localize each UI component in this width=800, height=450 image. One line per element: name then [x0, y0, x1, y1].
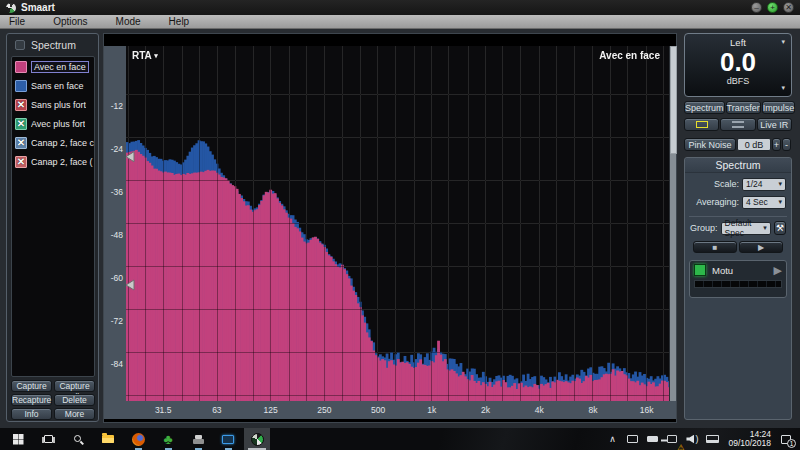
tab-impulse[interactable]: Impulse [762, 101, 796, 114]
hidden-x-icon: ✕ [17, 119, 25, 129]
clover-app-button[interactable]: ♣ [156, 428, 180, 450]
smaart-icon [251, 433, 264, 446]
trace-label[interactable]: Avec plus fort [31, 119, 85, 129]
search-button[interactable] [66, 428, 90, 450]
capture-button[interactable]: Capture [11, 380, 52, 392]
hidden-x-icon: ✕ [17, 157, 25, 167]
x-axis-tick: 4k [535, 405, 544, 415]
chevron-down-icon[interactable]: ▾ [781, 38, 785, 46]
spectrum-settings-section: Spectrum Scale: 1/24▾ Averaging: 4 Sec▾ … [684, 157, 792, 420]
trace-swatch[interactable] [15, 80, 27, 92]
x-axis-tick: 8k [588, 405, 597, 415]
trace-swatch[interactable]: ✕ [15, 99, 27, 111]
sidebar-collapse-checkbox[interactable] [15, 40, 25, 50]
network-icon [667, 435, 677, 443]
device-icon [193, 435, 204, 444]
notification-badge: 1 [787, 439, 796, 448]
taskbar-clock[interactable]: 14:24 09/10/2018 [728, 430, 771, 449]
input-device-box[interactable]: Motu ▶ [689, 260, 787, 298]
trace-label[interactable]: Sans plus fort [31, 100, 86, 110]
delete-button[interactable]: Delete [54, 394, 95, 406]
tab-spectrum[interactable]: Spectrum [684, 101, 725, 114]
split-pane-view-button[interactable] [720, 118, 755, 131]
audio-device-app-button[interactable] [186, 428, 210, 450]
single-pane-icon [696, 121, 708, 128]
maximize-button[interactable]: + [767, 2, 778, 13]
trace-list: Avec en face Sans en face ✕ Sans plus fo… [11, 56, 95, 377]
recapture-button[interactable]: Recapture [11, 394, 52, 406]
battery-tray-button[interactable] [642, 428, 662, 450]
chevron-down-icon: ▾ [778, 180, 782, 188]
single-pane-view-button[interactable] [684, 118, 719, 131]
trace-swatch[interactable]: ✕ [15, 156, 27, 168]
spectrum-plot-canvas[interactable] [126, 46, 669, 401]
trace-row[interactable]: ✕ Canap 2, face ( [12, 152, 94, 171]
capture-all-button[interactable]: Capture All [54, 380, 95, 392]
volume-tray-button[interactable]: ) [682, 428, 702, 450]
trace-swatch[interactable]: ✕ [15, 137, 27, 149]
file-explorer-button[interactable] [96, 428, 120, 450]
more-button[interactable]: More [54, 408, 95, 420]
trace-label[interactable]: Canap 2, face ( [31, 157, 93, 167]
device-play-icon[interactable]: ▶ [774, 265, 782, 276]
pink-noise-button[interactable]: Pink Noise [684, 138, 736, 151]
trace-row[interactable]: ✕ Canap 2, face c [12, 133, 94, 152]
x-axis-tick: 250 [317, 405, 331, 415]
task-view-icon [44, 435, 53, 443]
chevron-down-icon: ▾ [778, 198, 782, 206]
level-increase-button[interactable]: + [772, 138, 781, 151]
tray-expand-button[interactable]: ∧ [602, 428, 622, 450]
smaart-taskbar-button[interactable] [244, 428, 270, 450]
info-button[interactable]: Info [11, 408, 52, 420]
trace-row[interactable]: ✕ Sans plus fort [12, 95, 94, 114]
tab-transfer[interactable]: Transfer [726, 101, 761, 114]
plot-mode-dropdown[interactable]: RTA ▾ [132, 50, 158, 61]
group-settings-button[interactable]: ⚒ [774, 221, 786, 235]
close-button[interactable]: ✕ [783, 2, 794, 13]
level-meter[interactable]: Left ▾ 0.0 dBFS ▾ [684, 33, 792, 97]
trace-row[interactable]: Sans en face [12, 76, 94, 95]
signal-led-icon [694, 264, 706, 276]
hidden-x-icon: ✕ [17, 100, 25, 110]
level-decrease-button[interactable]: - [782, 138, 791, 151]
trace-row[interactable]: ✕ Avec plus fort [12, 114, 94, 133]
menu-mode[interactable]: Mode [102, 15, 155, 29]
averaging-select[interactable]: 4 Sec▾ [742, 196, 786, 209]
start-button[interactable] [6, 428, 30, 450]
live-ir-button[interactable]: Live IR [757, 118, 792, 131]
chevron-down-icon: ▾ [763, 224, 767, 232]
menu-options[interactable]: Options [39, 15, 101, 29]
minimize-button[interactable]: – [751, 2, 762, 13]
stop-button[interactable]: ■ [693, 241, 737, 253]
task-view-button[interactable] [36, 428, 60, 450]
chevron-down-icon: ▾ [154, 52, 158, 59]
group-select[interactable]: Default Spec▾ [721, 222, 771, 235]
trace-label[interactable]: Sans en face [31, 81, 84, 91]
trace-swatch[interactable] [15, 61, 27, 73]
play-button[interactable]: ▶ [739, 241, 783, 253]
plot-scrollbar[interactable] [669, 46, 676, 401]
menu-file[interactable]: File [0, 15, 39, 29]
y-axis-tick: -24 [104, 144, 123, 154]
network-tray-button[interactable]: ⚠ [662, 428, 682, 450]
plot-scrollbar-thumb[interactable] [670, 46, 677, 154]
trace-label[interactable]: Avec en face [31, 61, 89, 73]
chevron-up-icon: ∧ [609, 434, 616, 444]
display-tray-button[interactable] [622, 428, 642, 450]
noise-level-readout[interactable]: 0 dB [737, 138, 771, 151]
chevron-down-icon[interactable]: ▾ [781, 84, 785, 92]
title-bar[interactable]: Smaart – + ✕ [0, 0, 800, 15]
control-panel: Left ▾ 0.0 dBFS ▾ Spectrum Transfer Impu… [682, 31, 794, 422]
trace-row[interactable]: Avec en face [12, 57, 94, 76]
firefox-button[interactable] [126, 428, 150, 450]
scale-select[interactable]: 1/24▾ [742, 178, 786, 191]
menu-help[interactable]: Help [155, 15, 204, 29]
x-axis-tick: 63 [212, 405, 221, 415]
trace-swatch[interactable]: ✕ [15, 118, 27, 130]
y-axis-tick: -84 [104, 359, 123, 369]
firefox-icon [132, 433, 145, 446]
keyboard-tray-button[interactable] [702, 428, 722, 450]
remote-app-button[interactable] [216, 428, 240, 450]
action-center-button[interactable]: 1 [775, 428, 797, 450]
trace-label[interactable]: Canap 2, face c [31, 138, 94, 148]
